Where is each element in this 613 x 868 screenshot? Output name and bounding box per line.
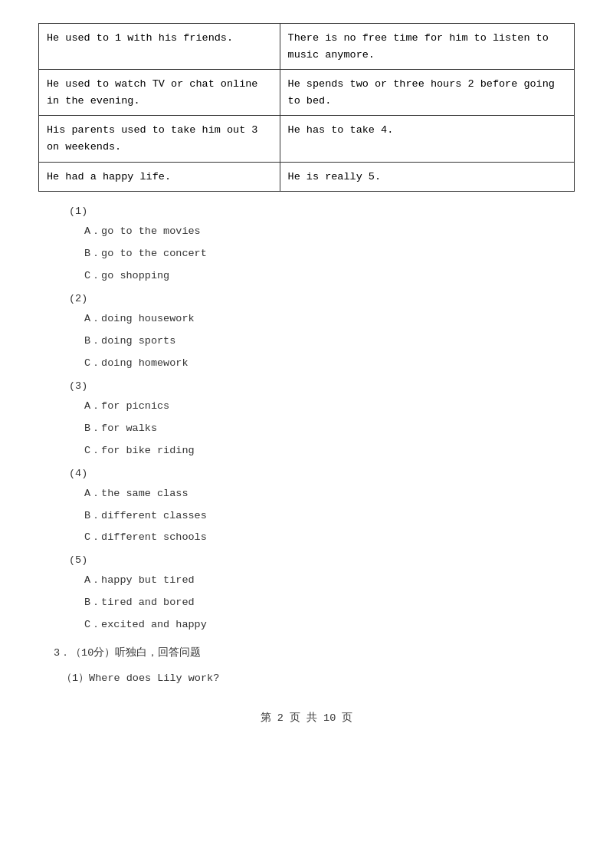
table-cell-right: He spends two or three hours 2 before go… [280, 70, 574, 116]
table-cell-left: He had a happy life. [39, 162, 280, 192]
table-cell-right: There is no free time for him to listen … [280, 24, 574, 70]
option-q4-B: B．different classes [84, 508, 575, 525]
option-q3-B: B．for walks [84, 420, 575, 438]
option-q4-C: C．different schools [84, 529, 575, 547]
table-cell-right: He has to take 4. [280, 116, 574, 162]
sub-question-1: （1）Where does Lily work? [61, 670, 575, 688]
option-q2-C: C．doing homework [84, 355, 575, 373]
table-cell-right: He is really 5. [280, 162, 574, 192]
content-table: He used to 1 with his friends.There is n… [38, 23, 575, 192]
option-q1-B: B．go to the concert [84, 245, 575, 263]
table-cell-left: He used to 1 with his friends. [39, 24, 280, 70]
option-q5-B: B．tired and bored [84, 594, 575, 612]
option-q3-A: A．for picnics [84, 398, 575, 416]
option-q4-A: A．the same class [84, 485, 575, 503]
option-q5-C: C．excited and happy [84, 616, 575, 634]
table-cell-left: He used to watch TV or chat online in th… [39, 70, 280, 116]
question-number-5: (5) [69, 554, 575, 566]
option-q1-C: C．go shopping [84, 268, 575, 285]
option-q2-A: A．doing housework [84, 311, 575, 328]
option-q2-B: B．doing sports [84, 333, 575, 350]
question-number-3: (3) [69, 380, 575, 392]
table-cell-left: His parents used to take him out 3 on we… [39, 116, 280, 162]
questions-container: (1)A．go to the moviesB．go to the concert… [38, 205, 575, 634]
page-footer: 第 2 页 共 10 页 [38, 711, 575, 725]
page: He used to 1 with his friends.There is n… [0, 0, 613, 868]
option-q3-C: C．for bike riding [84, 442, 575, 460]
section-3-title: 3．（10分）听独白，回答问题 [54, 645, 575, 663]
question-number-4: (4) [69, 468, 575, 479]
option-q5-A: A．happy but tired [84, 572, 575, 590]
question-number-1: (1) [69, 205, 575, 217]
option-q1-A: A．go to the movies [84, 223, 575, 241]
question-number-2: (2) [69, 293, 575, 304]
